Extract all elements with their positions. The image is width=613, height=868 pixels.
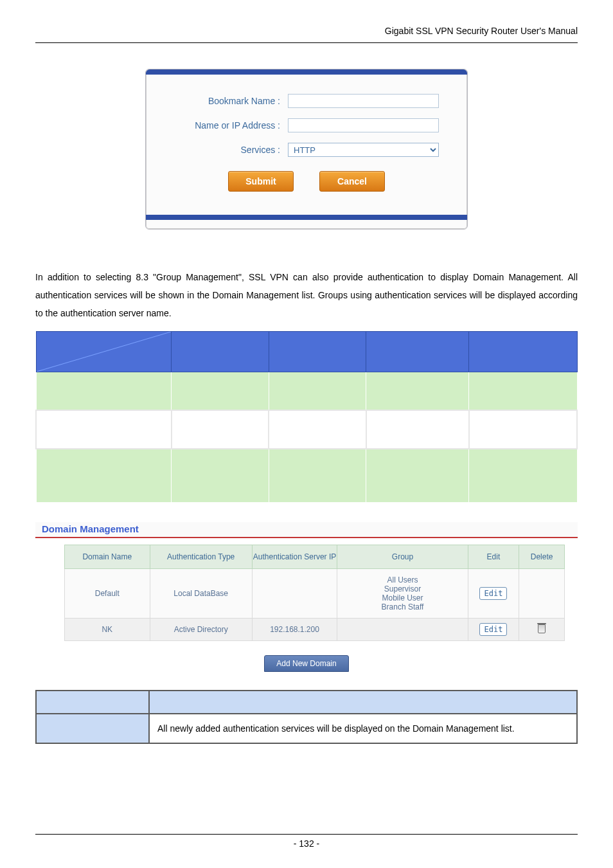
cancel-button[interactable]: Cancel bbox=[319, 171, 385, 192]
services-label: Services : bbox=[161, 145, 288, 155]
name-ip-input[interactable] bbox=[288, 118, 439, 132]
page-footer: - 132 - bbox=[35, 834, 578, 849]
cell-group bbox=[337, 619, 468, 641]
explain-label bbox=[36, 714, 149, 743]
cell-auth-server: 192.168.1.200 bbox=[252, 619, 337, 641]
panel-bottombar bbox=[146, 215, 467, 220]
bookmark-name-input[interactable] bbox=[288, 94, 439, 108]
col-auth-type: Authentication Type bbox=[150, 545, 252, 569]
cell-auth-type: Active Directory bbox=[150, 619, 252, 641]
col-edit: Edit bbox=[468, 545, 519, 569]
intro-paragraph: In addition to selecting 8.3 "Group Mana… bbox=[35, 268, 578, 322]
explain-header-right bbox=[149, 691, 577, 714]
cell-auth-type: Local DataBase bbox=[150, 569, 252, 619]
col-auth-server: Authentication Server IP bbox=[252, 545, 337, 569]
col-domain-name: Domain Name bbox=[65, 545, 150, 569]
name-ip-label: Name or IP Address : bbox=[161, 120, 288, 131]
cell-group: All Users Supervisor Mobile User Branch … bbox=[337, 569, 468, 619]
bookmark-form-panel: Bookmark Name : Name or IP Address : Ser… bbox=[145, 69, 468, 230]
edit-button[interactable]: Edit bbox=[479, 587, 507, 600]
add-new-domain-button[interactable]: Add New Domain bbox=[264, 655, 348, 672]
domain-table: Domain Name Authentication Type Authenti… bbox=[64, 545, 565, 641]
header-title: Gigabit SSL VPN Security Router User's M… bbox=[35, 26, 578, 41]
cell-auth-server bbox=[252, 569, 337, 619]
trash-icon[interactable] bbox=[538, 624, 546, 633]
panel-topbar bbox=[146, 69, 467, 75]
edit-button[interactable]: Edit bbox=[479, 623, 507, 636]
header-rule bbox=[35, 42, 578, 43]
bookmark-name-label: Bookmark Name : bbox=[161, 96, 288, 106]
domain-management-title: Domain Management bbox=[35, 522, 578, 538]
submit-button[interactable]: Submit bbox=[228, 171, 294, 192]
services-select[interactable]: HTTP bbox=[288, 143, 439, 157]
explain-text: All newly added authentication services … bbox=[149, 714, 577, 743]
explain-header-left bbox=[36, 691, 149, 714]
table-row: NK Active Directory 192.168.1.200 Edit bbox=[65, 619, 565, 641]
cell-domain: NK bbox=[65, 619, 150, 641]
table-row: Default Local DataBase All Users Supervi… bbox=[65, 569, 565, 619]
col-delete: Delete bbox=[519, 545, 565, 569]
blank-table bbox=[35, 331, 578, 503]
page-number: - 132 - bbox=[294, 838, 319, 849]
blank-header-diag bbox=[36, 332, 172, 372]
explain-table: All newly added authentication services … bbox=[35, 690, 578, 744]
cell-domain: Default bbox=[65, 569, 150, 619]
col-group: Group bbox=[337, 545, 468, 569]
